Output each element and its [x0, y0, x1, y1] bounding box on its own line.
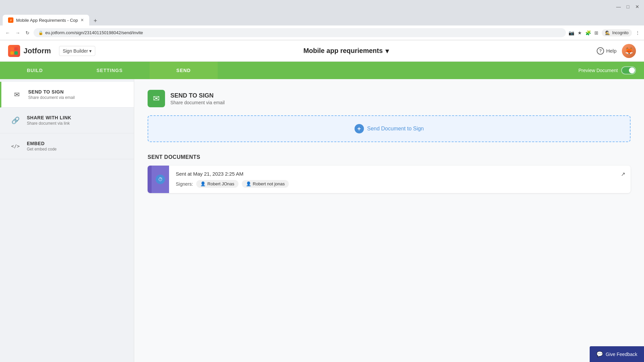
toggle-knob	[629, 67, 635, 73]
send-icon-green: ✉	[148, 90, 165, 107]
title-bar-right: — □ ✕	[616, 4, 640, 9]
section-header: ✉ SEND TO SIGN Share document via email	[148, 90, 631, 107]
refresh-button[interactable]: ↻	[24, 29, 31, 37]
feedback-icon: 💬	[596, 351, 603, 357]
sign-builder-dropdown-icon: ▾	[89, 48, 92, 54]
svg-rect-2	[10, 51, 14, 55]
sent-docs-title: SENT DOCUMENTS	[148, 154, 631, 160]
send-header-text: SEND TO SIGN Share document via email	[170, 92, 225, 105]
tab-bar: J Mobile App Requirements - Cop ✕ +	[0, 13, 644, 25]
header-center: Mobile app requriements ▾	[95, 47, 597, 55]
tab-title: Mobile App Requirements - Cop	[16, 18, 78, 23]
sent-doc-stripe-inner: ⏱	[152, 166, 169, 193]
preview-label: Preview Document	[579, 68, 618, 73]
feedback-label: Give Feedback	[606, 352, 637, 357]
app-header: Jotform Sign Builder ▾ Mobile app requri…	[0, 40, 644, 62]
extensions-icon[interactable]: 🧩	[585, 30, 591, 36]
new-tab-button[interactable]: +	[91, 16, 100, 25]
title-bar: — □ ✕	[0, 0, 644, 13]
sidebar-text-embed: EMBED Get embed code	[27, 141, 57, 152]
open-external-icon: ↗	[621, 171, 625, 177]
embed-subtitle: Get embed code	[27, 147, 57, 152]
sent-doc-open-button[interactable]: ↗	[615, 166, 631, 193]
clock-icon: ⏱	[156, 175, 165, 184]
incognito-label: Incognito	[612, 31, 629, 35]
send-to-sign-title: SEND TO SIGN	[28, 89, 75, 95]
sign-builder-label: Sign Builder	[63, 48, 88, 54]
doc-title-dropdown-icon: ▾	[385, 47, 389, 55]
help-circle-icon: ?	[597, 47, 604, 55]
sidebar-item-embed[interactable]: </> EMBED Get embed code	[0, 133, 134, 159]
doc-title-button[interactable]: Mobile app requriements ▾	[303, 47, 389, 55]
signer-name-1: Robert JOnas	[207, 181, 234, 186]
back-button[interactable]: ←	[4, 29, 11, 37]
signer-name-2: Robert not jonas	[253, 181, 285, 186]
header-right: ? Help 🦊	[597, 44, 636, 58]
user-avatar[interactable]: 🦊	[622, 44, 636, 58]
avatar-emoji: 🦊	[625, 47, 633, 55]
tab-send[interactable]: SEND	[150, 62, 218, 79]
help-button[interactable]: ? Help	[597, 47, 616, 55]
forward-button[interactable]: →	[14, 29, 21, 37]
send-to-sign-icon: ✉	[11, 88, 23, 101]
tab-build[interactable]: BUILD	[0, 62, 70, 79]
sent-doc-stripe	[148, 166, 152, 193]
browser-chrome: — □ ✕ J Mobile App Requirements - Cop ✕ …	[0, 0, 644, 40]
sidebar-item-send-to-sign[interactable]: ✉ SEND TO SIGN Share document via email	[0, 82, 134, 108]
incognito-badge: 🕵 Incognito	[602, 29, 632, 37]
url-text: eu.jotform.com/sign/231401150198042/send…	[45, 30, 143, 35]
sent-documents-section: SENT DOCUMENTS ⏱ Sent at May 21, 2023 2:…	[148, 154, 631, 193]
lock-icon: 🔒	[38, 31, 43, 35]
signer-icon-1: 👤	[200, 181, 206, 186]
section-title: SEND TO SIGN	[170, 92, 225, 99]
nav-tabs: BUILD SETTINGS SEND Preview Document	[0, 62, 644, 79]
sent-doc-date: Sent at May 21, 2023 2:25 AM	[176, 171, 609, 177]
tab-favicon: J	[8, 17, 13, 23]
sign-builder-button[interactable]: Sign Builder ▾	[59, 46, 96, 56]
sidebar-text-share-link: SHARE WITH LINK Share document via link	[27, 115, 71, 126]
preview-area: Preview Document	[579, 66, 644, 74]
sidebar: ✉ SEND TO SIGN Share document via email …	[0, 79, 134, 362]
send-document-button[interactable]: + Send Document to Sign	[148, 115, 631, 142]
close-button[interactable]: ✕	[635, 4, 640, 9]
profile-icon: ⊞	[594, 30, 598, 36]
signers-label: Signers:	[176, 181, 193, 187]
more-options-icon[interactable]: ⋮	[635, 30, 640, 36]
doc-title-text: Mobile app requriements	[303, 47, 383, 55]
embed-title: EMBED	[27, 141, 57, 146]
sent-doc-body: Sent at May 21, 2023 2:25 AM Signers: 👤 …	[169, 166, 615, 193]
svg-rect-0	[10, 47, 14, 51]
logo-icon	[8, 45, 20, 57]
plus-circle-icon: +	[355, 124, 364, 133]
help-label: Help	[606, 48, 616, 54]
logo-text: Jotform	[23, 47, 51, 55]
svg-rect-3	[14, 51, 18, 55]
camera-off-icon: 📷	[569, 30, 574, 36]
bookmark-icon[interactable]: ★	[578, 30, 582, 36]
app-container: Jotform Sign Builder ▾ Mobile app requri…	[0, 40, 644, 362]
signer-badge-1: 👤 Robert JOnas	[196, 180, 238, 188]
send-to-sign-subtitle: Share document via email	[28, 95, 75, 100]
main-layout: ✉ SEND TO SIGN Share document via email …	[0, 79, 644, 362]
share-link-title: SHARE WITH LINK	[27, 115, 71, 120]
sidebar-item-share-with-link[interactable]: 🔗 SHARE WITH LINK Share document via lin…	[0, 108, 134, 133]
minimize-button[interactable]: —	[616, 4, 621, 9]
tab-close-icon[interactable]: ✕	[80, 18, 84, 22]
share-link-subtitle: Share document via link	[27, 121, 71, 126]
sidebar-text-send-to-sign: SEND TO SIGN Share document via email	[28, 89, 75, 100]
logo-area: Jotform	[8, 45, 51, 57]
browser-tab-active[interactable]: J Mobile App Requirements - Cop ✕	[3, 15, 89, 25]
send-document-label: Send Document to Sign	[367, 126, 424, 132]
signer-badge-2: 👤 Robert not jonas	[242, 180, 289, 188]
tab-settings[interactable]: SETTINGS	[70, 62, 150, 79]
maximize-button[interactable]: □	[625, 4, 631, 9]
signer-icon-2: 👤	[246, 181, 251, 186]
section-subtitle: Share document via email	[170, 100, 225, 105]
share-link-icon: 🔗	[9, 114, 21, 126]
address-bar-right: 📷 ★ 🧩 ⊞ 🕵 Incognito ⋮	[569, 29, 640, 37]
embed-icon: </>	[9, 140, 21, 152]
preview-toggle[interactable]	[621, 66, 636, 74]
incognito-icon: 🕵	[605, 31, 610, 35]
url-box[interactable]: 🔒 eu.jotform.com/sign/231401150198042/se…	[34, 28, 566, 37]
give-feedback-button[interactable]: 💬 Give Feedback	[590, 346, 644, 362]
